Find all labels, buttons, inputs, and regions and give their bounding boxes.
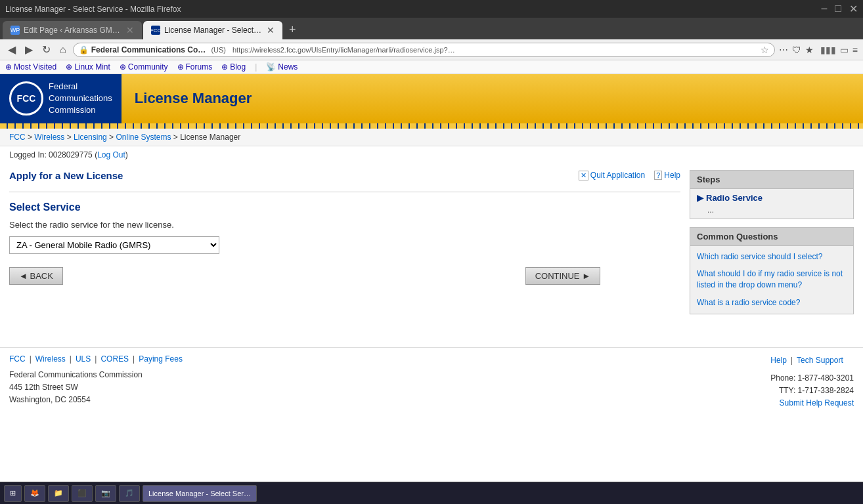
continue-button[interactable]: CONTINUE ► [525, 267, 600, 285]
home-button[interactable]: ⌂ [57, 43, 69, 57]
bookmark-forums[interactable]: ⊕ Forums [177, 62, 213, 72]
footer-sep1: | [30, 354, 32, 364]
breadcrumb-wireless[interactable]: Wireless [34, 133, 64, 142]
question-2-link[interactable]: What should I do if my radio service is … [697, 268, 847, 291]
bookmark-most-visited[interactable]: ⊕ Most Visited [5, 62, 56, 72]
sidebar-toggle-icon[interactable]: ▭ [840, 45, 849, 55]
browser-toolbar-right: ⋯ 🛡 ★ [779, 45, 814, 55]
breadcrumb-sep2: > [67, 133, 74, 142]
maximize-icon[interactable]: □ [835, 3, 841, 15]
back-nav-button[interactable]: ◀ [5, 42, 18, 57]
bookmark-star-icon[interactable]: ☆ [761, 45, 769, 55]
reload-button[interactable]: ↻ [39, 42, 53, 57]
browser-tab-2[interactable]: FCC License Manager - Select Ser… ✕ [143, 21, 282, 39]
help-icon: ? [654, 171, 662, 180]
browser-tabs: WP Edit Page ‹ Arkansas GMRS S… ✕ FCC Li… [0, 18, 863, 39]
breadcrumb-fcc[interactable]: FCC [9, 133, 26, 142]
taskbar-start-btn[interactable]: ⊞ [4, 485, 22, 502]
fcc-header: FCC Federal Communications Commission Li… [0, 74, 863, 123]
new-tab-button[interactable]: + [284, 20, 301, 39]
back-button[interactable]: ◄ BACK [9, 267, 63, 285]
loggedin-bar: Logged In: 0028029775 (Log Out) [0, 146, 863, 163]
reading-list-icon[interactable]: ▮▮▮ [820, 45, 836, 55]
footer-tty: TTY: 1-717-338-2824 [770, 385, 854, 397]
taskbar-files-btn[interactable]: 📁 [48, 485, 69, 502]
apply-header: Apply for a New License ✕ Quit Applicati… [9, 170, 680, 181]
breadcrumb-sep4: > [173, 133, 180, 142]
shield-icon: 🛡 [792, 45, 801, 55]
step-arrow-icon: ▶ [697, 193, 703, 203]
common-questions-box: Common Questions Which radio service sho… [690, 227, 854, 314]
taskbar-term-btn[interactable]: ⬛ [72, 485, 93, 502]
stripe-decoration [0, 123, 863, 129]
tab2-close-icon[interactable]: ✕ [267, 25, 275, 35]
taskbar-ff-btn[interactable]: 🦊 [24, 485, 45, 502]
taskbar: ⊞ 🦊 📁 ⬛ 📷 🎵 License Manager - Select Ser… [0, 482, 863, 504]
close-icon[interactable]: ✕ [849, 3, 858, 15]
loggedin-text: Logged In: 0028029775 ( [9, 150, 97, 159]
apply-actions: ✕ Quit Application ? Help [579, 171, 680, 180]
footer-org-city: Washington, DC 20554 [9, 394, 183, 406]
footer-links: FCC | Wireless | ULS | CORES | Paying Fe… [9, 354, 183, 364]
quit-icon: ✕ [579, 171, 588, 180]
breadcrumb-licensing[interactable]: Licensing [74, 133, 107, 142]
common-questions-title: Common Questions [690, 228, 853, 246]
footer-bottom: FCC | Wireless | ULS | CORES | Paying Fe… [9, 354, 854, 410]
footer-help-link[interactable]: Help [770, 354, 787, 367]
question-3-link[interactable]: What is a radio service code? [697, 297, 847, 308]
browser-tab-1[interactable]: WP Edit Page ‹ Arkansas GMRS S… ✕ [3, 21, 142, 39]
page-main-title: License Manager [135, 90, 252, 107]
main-content: Apply for a New License ✕ Quit Applicati… [9, 170, 680, 314]
step-radio-service: ▶ Radio Service [697, 193, 847, 203]
bookmark-news[interactable]: 📡 News [266, 62, 298, 72]
footer-uls-link[interactable]: ULS [76, 354, 91, 364]
minimize-icon[interactable]: – [821, 3, 827, 15]
footer-sep2: | [70, 354, 72, 364]
taskbar-app1-btn[interactable]: 📷 [95, 485, 116, 502]
browser-titlebar: License Manager - Select Service - Mozil… [0, 0, 863, 18]
footer-cores-link[interactable]: CORES [100, 354, 129, 364]
bookmark-linux-mint[interactable]: ⊕ Linux Mint [66, 62, 110, 72]
logout-link[interactable]: Log Out [97, 150, 125, 159]
radio-service-dropdown[interactable]: ZA - General Mobile Radio (GMRS) [9, 236, 219, 254]
breadcrumb-sep1: > [28, 133, 34, 142]
footer-contact: Help | Tech Support Phone: 1-877-480-320… [770, 354, 854, 410]
footer-org-name: Federal Communications Commission [9, 369, 183, 381]
tab2-label: License Manager - Select Ser… [164, 26, 263, 35]
fcc-logo: FCC Federal Communications Commission [0, 74, 122, 123]
common-questions-content: Which radio service should I select? Wha… [690, 246, 853, 314]
select-service-section: Select Service Select the radio service … [9, 201, 680, 254]
menu-icon[interactable]: ⋯ [779, 45, 788, 55]
footer-paying-fees-link[interactable]: Paying Fees [139, 354, 183, 364]
forward-nav-button[interactable]: ▶ [22, 42, 35, 57]
footer-fcc-link[interactable]: FCC [9, 354, 26, 364]
quit-application-link[interactable]: ✕ Quit Application [579, 171, 645, 180]
breadcrumb-current: License Manager [180, 133, 240, 142]
help-link[interactable]: ? Help [654, 171, 680, 180]
bookmark-community[interactable]: ⊕ Community [120, 62, 168, 72]
taskbar-license-btn[interactable]: License Manager - Select Ser… [143, 485, 257, 502]
hamburger-menu-icon[interactable]: ≡ [852, 45, 858, 55]
help-label: Help [664, 171, 680, 180]
star-icon[interactable]: ★ [805, 45, 814, 55]
steps-box: Steps ▶ Radio Service ... [690, 170, 854, 219]
footer-tech-support-link[interactable]: Tech Support [797, 354, 843, 367]
button-bar: ◄ BACK CONTINUE ► [9, 267, 600, 285]
footer-submit-help-link[interactable]: Submit Help Request [780, 398, 854, 408]
tab1-close-icon[interactable]: ✕ [126, 25, 134, 35]
step-ellipsis: ... [697, 205, 847, 215]
footer-sep4: | [133, 354, 135, 364]
taskbar-app2-btn[interactable]: 🎵 [119, 485, 140, 502]
bookmark-blog[interactable]: ⊕ Blog [221, 62, 246, 72]
quit-label: Quit Application [590, 171, 645, 180]
fcc-logo-line3: Commission [49, 104, 112, 116]
question-1-link[interactable]: Which radio service should I select? [697, 251, 847, 262]
footer-wireless-link[interactable]: Wireless [35, 354, 66, 364]
fcc-logo-text: Federal Communications Commission [49, 81, 112, 117]
address-bar[interactable]: 🔒 Federal Communications Co… (US) https:… [73, 43, 775, 57]
url-text: https://wireless2.fcc.gov/UlsEntry/licMa… [232, 46, 758, 54]
fcc-abbr: FCC [17, 93, 36, 104]
breadcrumb-online-systems[interactable]: Online Systems [116, 133, 171, 142]
fcc-logo-circle: FCC [9, 81, 43, 116]
footer: FCC | Wireless | ULS | CORES | Paying Fe… [0, 347, 863, 417]
